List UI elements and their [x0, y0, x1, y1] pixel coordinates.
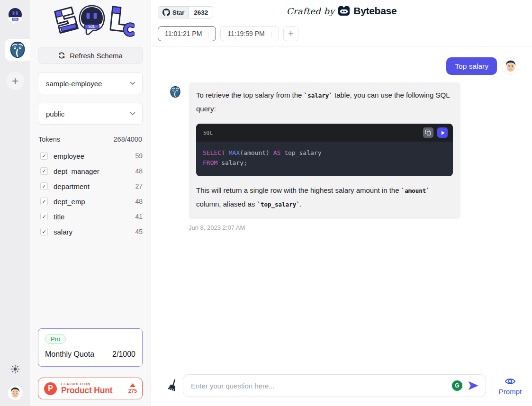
- table-checkbox[interactable]: ✓: [40, 213, 48, 220]
- schema-sidebar: Refresh Schema sample-employee public To…: [30, 0, 151, 406]
- question-input-wrap: G: [183, 374, 486, 397]
- upvote-triangle-icon: [130, 383, 135, 387]
- sun-icon: [10, 364, 20, 374]
- bytebase-logo-icon: [338, 5, 350, 17]
- pro-badge: Pro: [45, 334, 66, 344]
- table-checkbox[interactable]: ✓: [40, 198, 48, 205]
- quota-label: Monthly Quota: [45, 350, 94, 359]
- quota-card: Pro Monthly Quota 2/1000: [38, 328, 143, 367]
- chevron-down-icon: [130, 112, 135, 116]
- send-button[interactable]: [467, 379, 479, 392]
- run-query-button[interactable]: [437, 127, 448, 138]
- tab-conversation[interactable]: 11:19:59 PM ⋮: [220, 26, 279, 41]
- sqlchat-logo: [46, 4, 135, 38]
- assistant-message-bubble: To retrieve the top salary from the `sal…: [189, 82, 460, 219]
- table-checkbox[interactable]: ✓: [40, 182, 48, 190]
- code-token: SELECT: [203, 149, 225, 156]
- database-select-value: sample-employee: [46, 80, 102, 88]
- theme-toggle-button[interactable]: [10, 364, 20, 376]
- tokens-summary: Tokens 268/4000: [38, 135, 143, 143]
- grammarly-icon[interactable]: G: [452, 380, 462, 391]
- user-avatar: [502, 57, 519, 75]
- code-token: [225, 149, 229, 156]
- table-row[interactable]: ✓ dept_emp 48: [38, 194, 143, 209]
- crafted-by-label: Crafted by: [287, 6, 335, 16]
- product-hunt-badge[interactable]: P FEATURED ON Product Hunt 275: [38, 378, 143, 399]
- table-token-count: 48: [135, 198, 143, 205]
- code-block-body: SELECT MAX(amount) AS top_salary FROM sa…: [196, 142, 453, 176]
- new-conversation-button[interactable]: +: [283, 26, 298, 41]
- play-icon: [439, 129, 446, 136]
- user-message-bubble: Top salary: [446, 57, 497, 75]
- table-name: dept_manager: [54, 167, 135, 175]
- table-checkbox[interactable]: ✓: [40, 152, 48, 160]
- tokens-label: Tokens: [38, 135, 60, 143]
- refresh-schema-button[interactable]: Refresh Schema: [38, 47, 143, 64]
- table-name: employee: [54, 152, 135, 160]
- table-token-count: 27: [135, 182, 143, 190]
- prompt-button[interactable]: Prompt: [495, 376, 525, 396]
- copy-code-button[interactable]: [423, 127, 433, 138]
- chevron-down-icon: [130, 81, 135, 85]
- text-segment: column, aliased as: [196, 200, 257, 208]
- assistant-paragraph: To retrieve the top salary from the `sal…: [196, 89, 453, 116]
- user-message-row: Top salary: [169, 57, 519, 75]
- refresh-icon: [58, 52, 65, 59]
- github-octocat-icon: [162, 9, 170, 16]
- tab-menu-icon[interactable]: ⋮: [206, 30, 212, 37]
- tab-conversation-active[interactable]: 11:01:21 PM ⋮: [158, 26, 216, 41]
- code-block-header: SQL: [196, 124, 453, 142]
- schema-select[interactable]: public: [38, 103, 143, 125]
- code-language-label: SQL: [203, 130, 213, 136]
- copy-icon: [424, 129, 432, 136]
- inline-code: `salary`: [304, 92, 333, 99]
- topbar: Star 2632 Crafted by Bytebase: [151, 0, 532, 21]
- quota-value: 2/1000: [112, 350, 135, 359]
- table-row[interactable]: ✓ salary 45: [38, 224, 143, 239]
- table-token-count: 41: [135, 213, 143, 220]
- code-token: AS: [273, 149, 281, 156]
- code-line: FROM salary;: [203, 158, 446, 168]
- inline-code: `top_salary`: [257, 201, 299, 208]
- clear-conversation-broom-icon[interactable]: [167, 379, 179, 392]
- table-checkbox[interactable]: ✓: [40, 228, 48, 235]
- eye-icon: [505, 376, 516, 387]
- star-count: 2632: [189, 7, 213, 18]
- user-account-avatar[interactable]: [8, 385, 23, 400]
- table-row[interactable]: ✓ title 41: [38, 209, 143, 224]
- tab-menu-icon[interactable]: ⋮: [269, 30, 275, 37]
- composer: G Prompt: [151, 373, 532, 406]
- code-token: top_salary: [280, 149, 321, 156]
- code-line: SELECT MAX(amount) AS top_salary: [203, 148, 446, 158]
- assistant-postgresql-avatar: [169, 85, 182, 99]
- table-list: ✓ employee 59 ✓ dept_manager 48 ✓ depart…: [38, 148, 143, 239]
- send-plane-icon: [467, 379, 479, 392]
- prompt-label: Prompt: [499, 388, 522, 396]
- sqlchat-bot-avatar[interactable]: [6, 7, 25, 26]
- table-row[interactable]: ✓ dept_manager 48: [38, 163, 143, 179]
- table-name: salary: [54, 228, 135, 236]
- chat-messages: Top salary To retrieve the top salary fr…: [151, 46, 532, 373]
- text-segment: This will return a single row with the h…: [196, 186, 401, 194]
- conversation-tabs: 11:01:21 PM ⋮ 11:19:59 PM ⋮ +: [151, 21, 532, 46]
- inline-code: `amount`: [401, 187, 430, 194]
- table-row[interactable]: ✓ department 27: [38, 179, 143, 194]
- table-checkbox[interactable]: ✓: [40, 167, 48, 175]
- table-name: dept_emp: [54, 198, 135, 206]
- add-connection-button[interactable]: +: [6, 72, 24, 90]
- database-select[interactable]: sample-employee: [38, 72, 143, 94]
- question-input[interactable]: [183, 374, 486, 397]
- code-token: salary;: [217, 159, 247, 166]
- connection-rail: +: [0, 0, 30, 406]
- connection-postgresql-selected[interactable]: [5, 39, 30, 61]
- postgresql-icon: [8, 40, 27, 59]
- refresh-schema-label: Refresh Schema: [70, 52, 123, 60]
- table-token-count: 48: [135, 167, 143, 175]
- text-segment: .: [300, 200, 302, 208]
- sqlchat-app: + Refresh Schema sample-employee public …: [0, 0, 532, 406]
- schema-select-value: public: [46, 110, 64, 118]
- code-token: (amount): [240, 149, 273, 156]
- bytebase-brand-name: Bytebase: [353, 5, 397, 17]
- github-star-button[interactable]: Star 2632: [158, 6, 213, 18]
- table-row[interactable]: ✓ employee 59: [38, 148, 143, 163]
